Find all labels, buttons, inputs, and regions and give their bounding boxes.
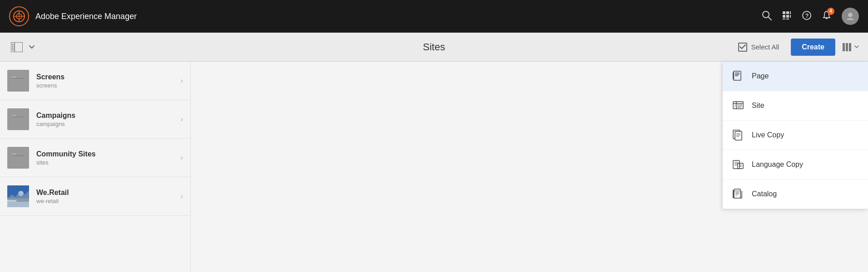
svg-rect-7 — [786, 11, 789, 14]
nav-brand: Adobe Experience Manager — [9, 6, 137, 26]
dropdown-label-live-copy: Live Copy — [752, 131, 784, 139]
sidebar-toggle-icon[interactable] — [9, 40, 25, 54]
item-name-community-sites: Community Sites — [36, 150, 173, 158]
top-navigation: Adobe Experience Manager ? — [0, 0, 868, 33]
item-path-campaigns: campaigns — [36, 121, 173, 127]
item-name-campaigns: Campaigns — [36, 112, 173, 120]
help-icon[interactable]: ? — [802, 10, 812, 23]
svg-rect-9 — [783, 15, 785, 18]
language-copy-icon — [732, 158, 745, 171]
svg-rect-26 — [849, 43, 851, 51]
svg-rect-25 — [846, 43, 848, 51]
dropdown-label-catalog: Catalog — [752, 190, 777, 198]
search-icon[interactable] — [762, 10, 772, 23]
notifications-icon[interactable]: 4 — [822, 10, 832, 23]
item-path-screens: screens — [36, 82, 173, 89]
list-item[interactable]: Screens screens › — [0, 62, 190, 100]
svg-rect-32 — [12, 153, 16, 155]
list-item[interactable]: We.Retail we-retail › — [0, 177, 190, 216]
svg-rect-61 — [738, 163, 743, 169]
dropdown-item-language-copy[interactable]: Language Copy — [723, 150, 868, 180]
svg-rect-44 — [733, 102, 743, 109]
item-path-we-retail: we-retail — [36, 198, 173, 204]
svg-point-17 — [848, 13, 853, 17]
svg-line-5 — [768, 17, 771, 20]
svg-rect-6 — [783, 11, 785, 14]
select-all-label: Select All — [751, 43, 779, 51]
dropdown-label-page: Page — [752, 72, 769, 80]
item-thumbnail-community-sites — [7, 147, 29, 169]
item-path-community-sites: sites — [36, 159, 173, 166]
item-thumbnail-screens — [7, 70, 29, 92]
create-button[interactable]: Create — [791, 39, 835, 56]
svg-rect-30 — [12, 115, 16, 117]
grid-icon[interactable] — [782, 10, 792, 23]
chevron-right-icon: › — [181, 192, 183, 200]
view-toggle[interactable] — [843, 43, 859, 51]
item-name-we-retail: We.Retail — [36, 189, 173, 197]
item-thumbnail-we-retail — [7, 185, 29, 207]
app-title: Adobe Experience Manager — [35, 12, 137, 21]
dropdown-item-page[interactable]: Page — [723, 62, 868, 91]
main-content: Screens screens › Campaigns campaigns › — [0, 62, 868, 272]
select-all-checkbox — [738, 43, 747, 52]
chevron-right-icon: › — [181, 115, 183, 123]
dropdown-label-site: Site — [752, 102, 764, 110]
svg-rect-18 — [11, 42, 23, 52]
toolbar-left — [9, 40, 36, 54]
svg-rect-53 — [735, 131, 742, 140]
create-dropdown-menu: Page Site — [723, 62, 868, 209]
live-copy-icon — [732, 129, 745, 141]
svg-rect-35 — [7, 202, 29, 207]
page-title: Sites — [423, 41, 445, 53]
notification-badge: 4 — [827, 8, 834, 15]
svg-rect-12 — [783, 19, 785, 19]
svg-rect-24 — [843, 43, 845, 51]
toolbar-dropdown-arrow[interactable] — [27, 44, 36, 51]
list-item[interactable]: Community Sites sites › — [0, 139, 190, 177]
svg-text:?: ? — [805, 12, 809, 19]
dropdown-item-live-copy[interactable]: Live Copy — [723, 121, 868, 150]
user-avatar[interactable] — [842, 8, 859, 25]
svg-rect-57 — [733, 160, 740, 169]
chevron-right-icon: › — [181, 154, 183, 162]
nav-actions: ? 4 — [762, 8, 859, 25]
item-name-screens: Screens — [36, 73, 173, 81]
dropdown-item-site[interactable]: Site — [723, 91, 868, 121]
svg-rect-10 — [786, 15, 789, 18]
aem-logo[interactable] — [9, 6, 29, 26]
sidebar-list: Screens screens › Campaigns campaigns › — [0, 62, 191, 272]
dropdown-item-catalog[interactable]: Catalog — [723, 180, 868, 209]
svg-rect-11 — [790, 15, 791, 18]
list-item[interactable]: Campaigns campaigns › — [0, 100, 190, 139]
toolbar-right: Select All Create — [734, 39, 859, 56]
item-text-community-sites: Community Sites sites — [36, 150, 173, 166]
select-all-button[interactable]: Select All — [734, 40, 784, 54]
item-text-campaigns: Campaigns campaigns — [36, 112, 173, 127]
svg-rect-13 — [786, 19, 789, 19]
chevron-right-icon: › — [181, 77, 183, 85]
svg-rect-37 — [7, 200, 16, 202]
dropdown-label-language-copy: Language Copy — [752, 160, 803, 169]
site-icon — [732, 99, 745, 112]
item-text-screens: Screens screens — [36, 73, 173, 89]
page-icon — [732, 70, 745, 83]
catalog-icon — [732, 188, 745, 200]
svg-rect-28 — [12, 76, 16, 78]
item-thumbnail-campaigns — [7, 108, 29, 130]
toolbar: Sites Select All Create — [0, 33, 868, 62]
item-text-we-retail: We.Retail we-retail — [36, 189, 173, 204]
svg-rect-8 — [790, 11, 791, 14]
